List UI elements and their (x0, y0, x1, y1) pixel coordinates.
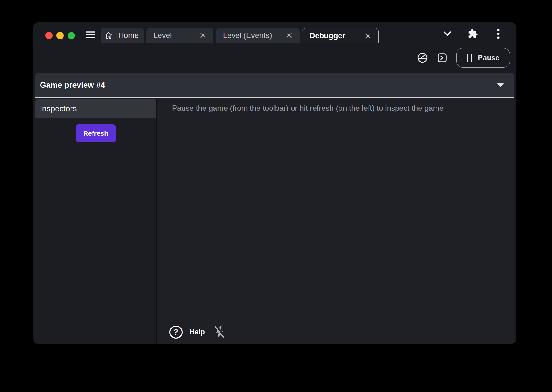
tab-level-events[interactable]: Level (Events) (216, 28, 300, 43)
debugger-panel: Game preview #4 Inspectors Refresh Pause (35, 73, 514, 344)
tab-bar: Home Level (33, 22, 516, 43)
tab-level-events-close-button[interactable] (284, 31, 294, 40)
tab-level[interactable]: Level (146, 28, 213, 43)
pause-button[interactable]: Pause (456, 48, 510, 68)
console-icon (437, 53, 447, 63)
main-menu-button[interactable] (85, 30, 96, 40)
pause-icon (467, 54, 472, 62)
close-window-button[interactable] (45, 32, 53, 39)
close-icon (365, 33, 371, 39)
inspectors-title: Inspectors (40, 104, 77, 113)
minimize-window-button[interactable] (56, 32, 64, 39)
profiler-gauge-icon (417, 52, 428, 63)
help-circle-icon: ? (169, 326, 183, 339)
pause-button-label: Pause (478, 54, 500, 62)
debugger-content: Inspectors Refresh Pause the game (from … (35, 99, 514, 344)
help-button[interactable]: ? Help (169, 326, 205, 339)
debugger-toolbar: Pause (33, 43, 516, 73)
inspectors-header: Inspectors (35, 99, 156, 118)
tab-label: Home (117, 31, 140, 40)
profiler-button[interactable] (417, 52, 428, 64)
hamburger-icon (86, 31, 95, 39)
tab-bar-actions (442, 29, 504, 39)
kebab-menu-icon (496, 28, 500, 39)
profiler-toggle-button[interactable] (213, 325, 226, 339)
close-icon (200, 33, 206, 38)
more-options-button[interactable] (493, 29, 504, 39)
game-preview-title: Game preview #4 (40, 80, 105, 90)
close-icon (286, 33, 292, 38)
tab-label: Level (152, 31, 173, 40)
home-icon (104, 31, 113, 40)
extensions-button[interactable] (468, 29, 478, 39)
tab-label: Level (Events) (222, 31, 273, 40)
dropdown-caret-icon (497, 83, 504, 87)
inspector-main-area: Pause the game (from the toolbar) or hit… (157, 99, 514, 344)
puzzle-icon (468, 29, 478, 39)
chevron-down-icon (443, 31, 452, 37)
help-row: ? Help (169, 325, 226, 339)
inspectors-sidebar: Inspectors Refresh (35, 99, 156, 344)
game-preview-selector[interactable]: Game preview #4 (35, 73, 514, 98)
tab-debugger-close-button[interactable] (363, 31, 373, 41)
console-button[interactable] (436, 52, 448, 64)
tab-debugger[interactable]: Debugger (302, 28, 379, 43)
tab-level-close-button[interactable] (198, 31, 208, 40)
tab-label: Debugger (308, 31, 347, 40)
help-glyph: ? (174, 328, 178, 336)
desktop-background: Home Level (0, 0, 552, 392)
fullscreen-window-button[interactable] (68, 32, 75, 39)
empty-state-message: Pause the game (from the toolbar) or hit… (172, 103, 508, 113)
refresh-button[interactable]: Refresh (76, 124, 116, 142)
editor-tabs: Home Level (101, 28, 379, 43)
help-button-label: Help (190, 328, 205, 336)
app-window: Home Level (33, 22, 516, 344)
flash-off-icon (214, 325, 225, 339)
window-controls (45, 32, 75, 39)
tab-overflow-button[interactable] (442, 29, 452, 39)
tab-home[interactable]: Home (101, 28, 144, 43)
